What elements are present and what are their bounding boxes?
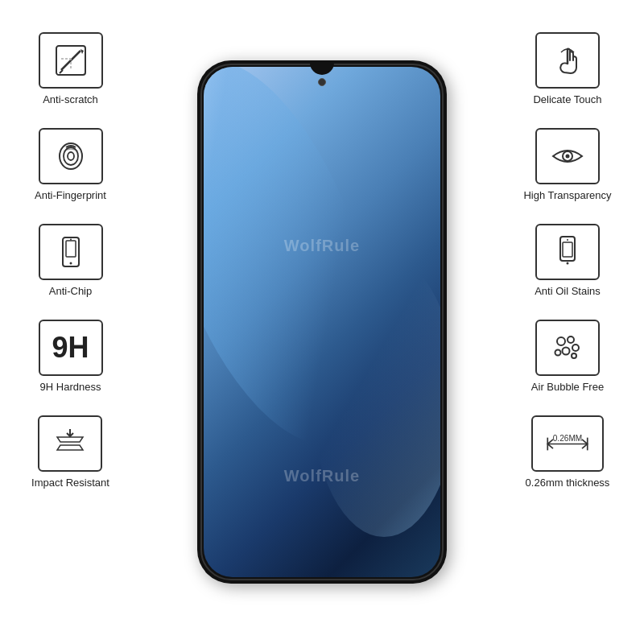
left-features: Anti-scratch Anti-Fingerprint [8,32,133,489]
anti-fingerprint-label: Anti-Fingerprint [35,189,106,201]
impact-icon [52,426,88,461]
9h-label: 9H Hardness [40,381,101,393]
feature-delicate-touch: Delicate Touch [533,32,601,105]
svg-point-19 [567,262,569,265]
svg-point-27 [572,353,576,358]
eye-icon-box [535,128,600,184]
feature-impact-resistant: Impact Resistant [31,415,109,489]
svg-point-17 [566,155,570,159]
feature-high-transparency: High Transparency [523,128,611,201]
svg-rect-10 [66,241,76,257]
svg-point-22 [557,337,565,345]
bubble-icon [550,330,585,365]
feature-anti-fingerprint: Anti-Fingerprint [35,128,106,201]
delicate-touch-label: Delicate Touch [533,93,601,105]
right-features: Delicate Touch High Transparency [499,32,636,489]
anti-chip-label: Anti-Chip [49,285,92,297]
feature-anti-scratch: Anti-scratch [39,32,103,105]
watermark-bottom: WolfRule [284,467,360,485]
scratch-icon [53,43,89,78]
9h-text-icon: 9H [52,333,89,362]
feature-air-bubble: Air Bubble Free [531,320,604,393]
svg-marker-13 [57,437,83,442]
svg-point-26 [555,350,560,356]
svg-point-11 [69,262,72,265]
phone-wrapper: WolfRule WolfRule [197,60,447,584]
anti-scratch-icon-box [39,32,103,89]
svg-marker-14 [57,445,83,450]
feature-anti-oil: Anti Oil Stains [535,224,601,297]
feature-thickness: 0.26MM 0.26mm thickness [526,415,610,489]
9h-icon-box: 9H [39,320,103,376]
anti-oil-label: Anti Oil Stains [535,285,601,297]
svg-rect-21 [563,242,572,257]
svg-text:0.26MM: 0.26MM [553,434,583,443]
fingerprint-icon [53,138,89,174]
phone-screen: WolfRule WolfRule [204,67,440,577]
thickness-label: 0.26mm thickness [526,477,610,489]
chip-icon [53,234,89,270]
anti-fingerprint-icon-box [39,128,103,184]
svg-point-12 [70,239,72,241]
touch-icon [550,43,585,78]
svg-point-25 [562,348,569,355]
impact-icon-box [38,415,102,472]
touch-icon-box [535,32,600,89]
anti-oil-icon-box [535,224,600,280]
air-bubble-label: Air Bubble Free [531,381,604,393]
high-transparency-label: High Transparency [523,189,611,201]
phone-camera [318,78,326,86]
thickness-icon: 0.26MM [539,426,596,462]
anti-chip-icon-box [39,224,103,280]
svg-point-23 [568,336,574,343]
svg-line-2 [60,70,63,73]
impact-label: Impact Resistant [31,477,109,489]
svg-point-20 [567,239,568,241]
anti-scratch-label: Anti-scratch [43,93,98,105]
feature-9h-hardness: 9H 9H Hardness [39,320,103,393]
thickness-icon-box: 0.26MM [531,415,604,472]
svg-point-24 [572,345,579,351]
phone-outer: WolfRule WolfRule [197,60,447,584]
watermark-top: WolfRule [284,236,360,254]
feature-anti-chip: Anti-Chip [39,224,103,297]
eye-icon [550,138,585,174]
bubble-icon-box [535,320,600,376]
svg-point-8 [68,152,74,160]
anti-oil-icon [550,234,585,270]
main-container: Anti-scratch Anti-Fingerprint [0,0,644,644]
